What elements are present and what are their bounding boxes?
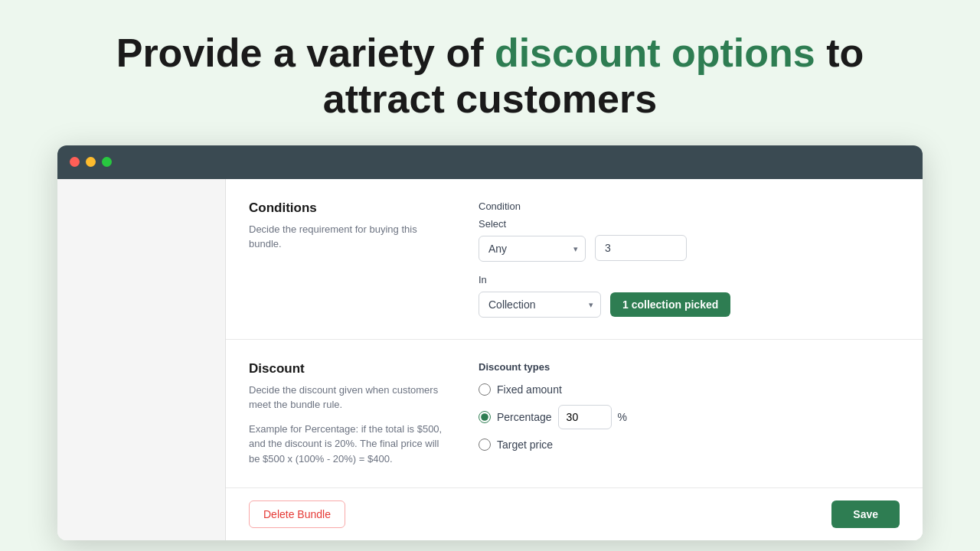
delete-bundle-button[interactable]: Delete Bundle: [249, 500, 345, 528]
dot-red[interactable]: [70, 157, 80, 167]
browser-titlebar: [57, 145, 923, 179]
save-button[interactable]: Save: [831, 500, 900, 528]
target-price-option: Target price: [479, 439, 900, 451]
hero-section: Provide a variety of discount options to…: [0, 0, 980, 145]
fixed-amount-radio[interactable]: [479, 383, 491, 396]
in-label: In: [479, 274, 900, 285]
percentage-input[interactable]: [558, 405, 612, 429]
hero-title: Provide a variety of discount options to…: [15, 31, 965, 122]
discount-section: Discount Decide the discount given when …: [226, 340, 923, 488]
conditions-left: Conditions Decide the requirement for bu…: [249, 201, 463, 318]
dot-green[interactable]: [102, 157, 112, 167]
discount-desc1: Decide the discount given when customers…: [249, 383, 448, 412]
number-field-wrapper: [595, 235, 687, 261]
percentage-symbol: %: [618, 411, 627, 423]
quantity-input[interactable]: [595, 235, 687, 261]
hero-title-highlight: discount options: [495, 31, 815, 75]
fixed-amount-option: Fixed amount: [479, 383, 900, 396]
fixed-amount-label: Fixed amount: [497, 383, 562, 396]
dot-yellow[interactable]: [86, 157, 96, 167]
any-select[interactable]: Any All: [479, 236, 586, 262]
hero-title-line2: attract customers: [323, 77, 657, 121]
discount-left: Discount Decide the discount given when …: [249, 361, 463, 467]
browser-content: Conditions Decide the requirement for bu…: [57, 179, 923, 541]
hero-title-part2: to: [815, 31, 864, 75]
hero-title-part1: Provide a variety of: [116, 31, 495, 75]
discount-types-label: Discount types: [479, 361, 900, 373]
select-label-text: Select: [479, 218, 586, 230]
target-price-label: Target price: [497, 439, 553, 451]
percentage-radio[interactable]: [479, 411, 491, 423]
conditions-description: Decide the requirement for buying this b…: [249, 222, 448, 252]
discount-right: Discount types Fixed amount Percentage %: [463, 361, 900, 467]
in-group: In Collection Product Tag ▾ 1 collectio: [479, 274, 900, 318]
bottom-bar: Delete Bundle Save: [226, 487, 923, 540]
any-select-wrapper: Any All ▾: [479, 236, 586, 262]
percentage-row: Percentage %: [497, 405, 627, 429]
in-row: Collection Product Tag ▾ 1 collection pi…: [479, 292, 900, 318]
percentage-option: Percentage %: [479, 405, 900, 429]
target-price-radio[interactable]: [479, 439, 491, 451]
sidebar: [57, 179, 226, 541]
collection-select-wrapper: Collection Product Tag ▾: [479, 292, 601, 318]
main-content: Conditions Decide the requirement for bu…: [226, 179, 923, 541]
conditions-title: Conditions: [249, 201, 448, 216]
conditions-section: Conditions Decide the requirement for bu…: [226, 179, 923, 340]
collection-picked-button[interactable]: 1 collection picked: [610, 292, 730, 317]
condition-label: Condition: [479, 201, 900, 212]
condition-row: Select Any All ▾: [479, 218, 900, 262]
discount-desc2: Example for Percentage: if the total is …: [249, 422, 448, 467]
conditions-right: Condition Select Any All ▾: [463, 201, 900, 318]
percentage-label: Percentage: [497, 411, 552, 423]
select-label: Select Any All ▾: [479, 218, 586, 262]
discount-title: Discount: [249, 361, 448, 377]
browser-window: Conditions Decide the requirement for bu…: [57, 145, 923, 541]
collection-select[interactable]: Collection Product Tag: [479, 292, 601, 318]
